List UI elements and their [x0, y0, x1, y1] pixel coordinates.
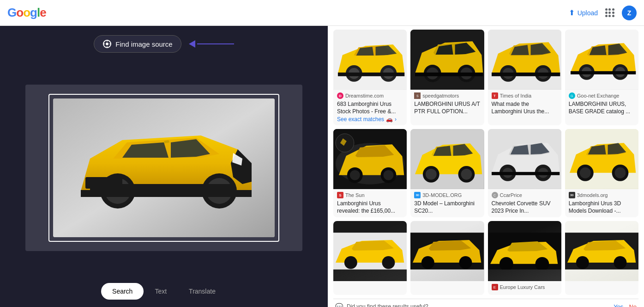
search-tab[interactable]: Search [101, 283, 144, 300]
result-thumbnail [333, 129, 407, 189]
result-car-image [488, 129, 561, 189]
car-thumbnail [53, 98, 275, 237]
source-favicon: 3D [569, 192, 575, 198]
svg-rect-52 [491, 73, 560, 76]
lens-icon [102, 39, 112, 49]
source-favicon: S [414, 92, 421, 99]
svg-rect-21 [85, 177, 122, 189]
result-car-image [565, 233, 638, 270]
source-name: Dreamstime.com [345, 93, 384, 98]
result-meta: G Goo-net Exchange LAMBORGHINI URUS, BAS… [565, 90, 638, 118]
source-row: D Dreamstime.com [337, 92, 403, 99]
arrow-indicator [189, 40, 234, 48]
svg-point-119 [576, 256, 589, 269]
result-card[interactable]: C CcarPrice Chevrolet Corvette SUV 2023 … [488, 129, 561, 217]
result-thumbnail [565, 221, 638, 281]
result-card[interactable]: S The Sun Lamborghini Urus revealed: the… [333, 129, 407, 217]
feedback-question: 💬 Did you find these results useful? [335, 303, 428, 307]
upload-button[interactable]: ⬆ Upload [569, 8, 598, 17]
source-name: Times of India [500, 93, 532, 98]
results-row-3: E Europe Luxury Cars [333, 221, 638, 295]
results-row-1: D Dreamstime.com 683 Lamborghini Urus St… [333, 30, 638, 125]
result-card[interactable]: G Goo-net Exchange LAMBORGHINI URUS, BAS… [565, 30, 638, 125]
feedback-actions: Yes No [614, 303, 637, 307]
source-favicon: G [569, 92, 575, 99]
svg-point-100 [614, 167, 626, 178]
result-meta: E Europe Luxury Cars [488, 281, 561, 295]
feedback-icon: 💬 [335, 303, 343, 307]
result-meta [410, 281, 484, 287]
result-car-image [410, 30, 484, 90]
result-card[interactable]: D Dreamstime.com 683 Lamborghini Urus St… [333, 30, 407, 125]
source-favicon: 3D [414, 192, 421, 198]
svg-point-79 [426, 169, 437, 180]
source-row: T Times of India [492, 92, 558, 99]
upload-label: Upload [578, 9, 598, 17]
right-panel: D Dreamstime.com 683 Lamborghini Urus St… [328, 26, 644, 307]
result-card[interactable]: 3D 3D-MODEL.ORG 3D Model – Lamborghini S… [410, 129, 484, 217]
result-car-image [565, 30, 638, 90]
find-image-source-label: Find image source [115, 40, 172, 48]
left-panel: Find image source [0, 26, 328, 307]
avatar[interactable]: Z [622, 6, 637, 20]
text-tab[interactable]: Text [144, 283, 178, 300]
car-svg [53, 98, 275, 237]
result-title: 3D Model – Lamborghini SC20... [414, 200, 480, 215]
result-thumbnail [488, 221, 561, 281]
svg-rect-91 [491, 172, 559, 175]
result-car-image [410, 129, 484, 189]
feedback-row: 💬 Did you find these results useful? Yes… [333, 299, 638, 307]
source-name: 3dmodels.org [577, 192, 608, 198]
source-name: Europe Luxury Cars [500, 284, 545, 290]
result-card[interactable]: T Times of India What made the Lamborghi… [488, 30, 561, 125]
result-title: Chevrolet Corvette SUV 2023 Price In... [492, 200, 558, 215]
see-exact-matches[interactable]: See exact matches 🚗 › [337, 116, 403, 123]
svg-point-109 [421, 256, 434, 269]
source-favicon: E [492, 284, 498, 290]
result-card[interactable]: E Europe Luxury Cars [488, 221, 561, 295]
feedback-no-button[interactable]: No [629, 303, 637, 307]
result-thumbnail [488, 30, 561, 90]
source-name: 3D-MODEL.ORG [422, 192, 462, 198]
result-card[interactable] [565, 221, 638, 295]
source-favicon: C [492, 192, 498, 198]
svg-rect-32 [338, 73, 404, 76]
result-thumbnail [333, 30, 407, 90]
source-row: 3D 3dmodels.org [569, 192, 635, 198]
result-title: Lamborghini Urus 3D Models Download -... [569, 200, 635, 215]
result-thumbnail [565, 30, 638, 90]
translate-tab[interactable]: Translate [178, 283, 227, 300]
svg-point-1 [106, 43, 108, 45]
result-card[interactable] [333, 221, 407, 295]
chevron-right-icon: › [395, 116, 397, 123]
svg-point-98 [580, 167, 591, 178]
result-car-image [488, 233, 561, 270]
result-car-image [565, 129, 638, 189]
result-card[interactable]: S speedgatmotors LAMBORGHINI URUS A/T PT… [410, 30, 484, 125]
feedback-yes-button[interactable]: Yes [614, 303, 623, 307]
result-meta: C CcarPrice Chevrolet Corvette SUV 2023 … [488, 189, 561, 217]
google-logo: Google [7, 6, 46, 20]
result-car-image [333, 129, 407, 189]
result-meta: D Dreamstime.com 683 Lamborghini Urus St… [333, 90, 407, 125]
car-emoji: 🚗 [386, 116, 393, 123]
svg-point-110 [459, 256, 472, 269]
svg-point-120 [614, 256, 626, 269]
apps-grid-icon[interactable] [605, 8, 614, 18]
result-thumbnail [488, 129, 561, 189]
source-favicon: D [337, 92, 343, 99]
result-card[interactable] [410, 221, 484, 295]
find-image-source-button[interactable]: Find image source [94, 35, 181, 53]
source-favicon: S [337, 192, 343, 198]
result-thumbnail [565, 129, 638, 189]
main-content: Find image source [0, 26, 644, 307]
result-thumbnail [410, 221, 484, 281]
source-row: S speedgatmotors [414, 92, 480, 99]
arrow-line [197, 43, 234, 44]
bottom-toolbar: Search Text Translate [101, 283, 227, 300]
svg-point-104 [344, 256, 357, 269]
result-title: LAMBORGHINI URUS A/T PTR FULL OPTION... [414, 101, 480, 115]
result-title: LAMBORGHINI URUS, BASE GRADE catalog ... [569, 101, 635, 115]
result-card[interactable]: 3D 3dmodels.org Lamborghini Urus 3D Mode… [565, 129, 638, 217]
source-row: 3D 3D-MODEL.ORG [414, 192, 480, 198]
